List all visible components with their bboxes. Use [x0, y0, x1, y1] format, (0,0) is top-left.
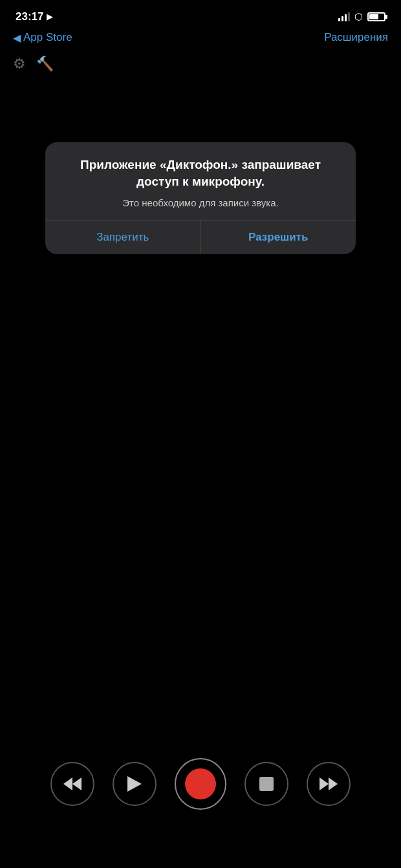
battery-icon — [367, 12, 385, 21]
status-icons: ⬡ — [338, 11, 385, 23]
fast-forward-icon — [320, 777, 338, 791]
nav-bar: ◀ App Store Расширения — [0, 28, 401, 50]
signal-bars-icon — [338, 12, 350, 21]
rewind-button[interactable] — [50, 762, 94, 806]
bottom-controls — [0, 752, 401, 816]
allow-button[interactable]: Разрешить — [201, 221, 356, 254]
deny-button[interactable]: Запретить — [45, 221, 201, 254]
back-arrow-icon: ◀ — [13, 32, 21, 44]
location-icon: ▶ — [47, 12, 52, 21]
rewind-icon — [63, 777, 81, 791]
svg-marker-3 — [320, 777, 329, 790]
wifi-icon: ⬡ — [354, 11, 363, 23]
page-title: Расширения — [324, 31, 388, 44]
svg-marker-4 — [329, 777, 338, 790]
fast-forward-button[interactable] — [307, 762, 351, 806]
record-button[interactable] — [175, 758, 226, 810]
status-time: 23:17 ▶ — [16, 10, 52, 23]
back-button[interactable]: ◀ App Store — [13, 31, 72, 44]
alert-body: Приложение «Диктофон.» запрашивает досту… — [45, 142, 356, 220]
play-button[interactable] — [113, 762, 157, 806]
svg-marker-1 — [63, 777, 72, 790]
stop-square-icon — [259, 777, 274, 791]
alert-title: Приложение «Диктофон.» запрашивает досту… — [61, 157, 340, 190]
alert-buttons: Запретить Разрешить — [45, 221, 356, 254]
tools-icon[interactable]: 🔨 — [36, 56, 54, 72]
permission-alert: Приложение «Диктофон.» запрашивает досту… — [45, 142, 356, 254]
stop-button[interactable] — [244, 762, 288, 806]
status-bar: 23:17 ▶ ⬡ — [0, 0, 401, 28]
record-dot — [185, 768, 216, 799]
svg-marker-2 — [127, 776, 142, 792]
play-icon — [127, 776, 142, 792]
time-text: 23:17 — [16, 10, 43, 23]
toolbar: ⚙ 🔨 — [0, 50, 401, 78]
settings-icon[interactable]: ⚙ — [13, 56, 26, 72]
svg-marker-0 — [72, 777, 81, 790]
alert-message: Это необходимо для записи звука. — [61, 196, 340, 210]
page: 23:17 ▶ ⬡ ◀ App Store Расширения ⚙ 🔨 — [0, 0, 401, 868]
back-label: App Store — [23, 31, 72, 44]
battery-fill — [369, 14, 378, 19]
